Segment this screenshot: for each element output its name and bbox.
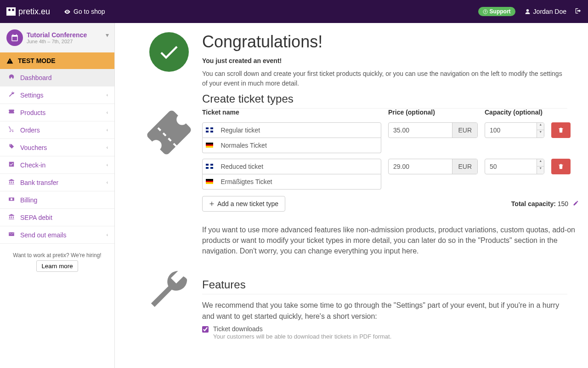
sidebar-item-label: Check-in <box>20 161 45 169</box>
add-ticket-type-button[interactable]: Add a new ticket type <box>202 196 285 212</box>
ticket-row <box>202 159 381 190</box>
support-label: Support <box>490 8 511 15</box>
sidebar-item-label: Products <box>20 109 45 116</box>
ticket-capacity-input[interactable] <box>485 123 537 138</box>
ticket-price-input[interactable] <box>389 159 452 174</box>
envelope-icon <box>6 231 17 239</box>
hiring-text: Want to work at pretix? We're hiring! <box>5 252 110 259</box>
sidebar-item-orders[interactable]: Orders‹ <box>0 121 114 138</box>
sidebar-item-label: Settings <box>20 92 44 99</box>
sidebar-item-label: Bank transfer <box>20 179 58 186</box>
congrats-subtitle: You just created an event! <box>202 56 567 65</box>
chevron-left-icon: ‹ <box>107 180 108 185</box>
flag-en-icon <box>203 159 216 174</box>
congrats-body: You can scroll down and create your firs… <box>202 69 567 88</box>
sidebar-item-dashboard[interactable]: Dashboard <box>0 69 114 86</box>
money-icon <box>6 196 17 204</box>
sidebar-item-label: Send out emails <box>20 231 66 239</box>
calendar-icon <box>6 29 23 46</box>
wrench-icon <box>6 91 17 99</box>
ticket-name-de-input[interactable] <box>216 138 381 153</box>
cart-icon <box>6 126 17 134</box>
delete-row-button[interactable] <box>551 159 571 174</box>
user-name: Jordan Doe <box>533 8 566 15</box>
flag-de-icon <box>203 174 216 189</box>
plus-icon <box>209 201 215 207</box>
check-square-icon <box>6 161 17 169</box>
chevron-down-icon: ▾ <box>106 31 109 39</box>
sidebar-item-settings[interactable]: Settings‹ <box>0 86 114 104</box>
flag-de-icon <box>203 138 216 153</box>
total-capacity-value: 150 <box>558 200 568 207</box>
flag-en-icon <box>203 123 216 138</box>
sidebar-item-billing[interactable]: Billing <box>0 191 114 208</box>
brand-logo-icon <box>6 7 16 16</box>
logout-button[interactable] <box>575 7 582 16</box>
chevron-left-icon: ‹ <box>107 145 108 150</box>
pencil-icon <box>573 200 579 206</box>
sidebar-item-label: Dashboard <box>20 74 52 81</box>
go-to-shop-link[interactable]: Go to shop <box>64 8 105 15</box>
col-header-capacity: Capacity (optional) <box>485 106 544 122</box>
topbar: pretix.eu Go to shop ? Support Jordan Do… <box>0 0 588 23</box>
dashboard-icon <box>6 74 17 81</box>
ticket-name-en-input[interactable] <box>216 123 381 138</box>
hiring-notice: Want to work at pretix? We're hiring! Le… <box>0 244 114 280</box>
trash-icon <box>558 127 564 133</box>
sidebar-item-checkin[interactable]: Check-in‹ <box>0 156 114 173</box>
sidebar: Tutorial Conference June 4th – 7th, 2027… <box>0 23 115 368</box>
chevron-left-icon: ‹ <box>107 110 108 115</box>
ticket-capacity-input[interactable] <box>485 159 537 174</box>
brand-text: pretix.eu <box>18 7 50 17</box>
user-icon <box>525 9 531 15</box>
sidebar-item-sepa[interactable]: SEPA debit <box>0 209 114 226</box>
sidebar-item-bank-transfer[interactable]: Bank transfer‹ <box>0 174 114 191</box>
trash-icon <box>558 163 564 170</box>
col-header-price: Price (optional) <box>388 106 478 122</box>
bank-icon <box>6 213 17 221</box>
ticket-icon <box>6 109 17 116</box>
learn-more-button[interactable]: Learn more <box>36 260 78 272</box>
eye-icon <box>64 8 71 15</box>
delete-row-button[interactable] <box>551 122 571 138</box>
ticket-name-en-input[interactable] <box>216 159 381 174</box>
sidebar-item-products[interactable]: Products‹ <box>0 104 114 121</box>
chevron-left-icon: ‹ <box>107 232 108 237</box>
total-capacity: Total capacity: 150 <box>511 200 579 207</box>
col-header-name: Ticket name <box>202 106 381 122</box>
main-content: Congratulations! You just created an eve… <box>115 23 588 368</box>
ticket-downloads-label: Ticket downloads <box>213 325 391 333</box>
tags-icon <box>6 144 17 151</box>
sidebar-item-vouchers[interactable]: Vouchers‹ <box>0 139 114 156</box>
test-mode-banner: TEST MODE <box>0 52 114 69</box>
ticket-row <box>202 122 381 153</box>
sidebar-item-emails[interactable]: Send out emails‹ <box>0 226 114 243</box>
chevron-left-icon: ‹ <box>107 162 108 167</box>
brand-link[interactable]: pretix.eu <box>6 7 50 17</box>
number-stepper[interactable]: ▲▼ <box>537 123 544 138</box>
ticket-price-input[interactable] <box>389 123 452 138</box>
ticket-downloads-checkbox[interactable] <box>202 326 209 333</box>
event-dates: June 4th – 7th, 2027 <box>27 39 87 44</box>
support-badge[interactable]: ? Support <box>478 7 515 16</box>
question-circle-icon: ? <box>483 9 488 14</box>
edit-total-capacity-button[interactable] <box>573 200 579 207</box>
event-switcher[interactable]: Tutorial Conference June 4th – 7th, 2027… <box>0 23 114 52</box>
warning-icon <box>6 58 13 64</box>
number-stepper[interactable]: ▲▼ <box>537 159 544 174</box>
features-intro: We recommend that you take some time to … <box>202 300 567 321</box>
create-tickets-heading: Create ticket types <box>202 92 567 105</box>
user-menu[interactable]: Jordan Doe <box>525 8 566 15</box>
ticket-name-de-input[interactable] <box>216 174 381 189</box>
go-to-shop-label: Go to shop <box>74 8 105 15</box>
bank-icon <box>6 178 17 186</box>
chevron-left-icon: ‹ <box>107 92 108 98</box>
tickets-footer-text: If you want to use more advanced feature… <box>202 224 579 257</box>
currency-label: EUR <box>452 159 477 174</box>
ticket-downloads-hint: Your customers will be able to download … <box>213 333 391 341</box>
congrats-title: Congratulations! <box>202 32 567 52</box>
svg-text:?: ? <box>484 10 486 13</box>
sidebar-item-label: SEPA debit <box>20 214 52 221</box>
success-check-icon <box>149 32 189 72</box>
chevron-left-icon: ‹ <box>107 127 108 132</box>
